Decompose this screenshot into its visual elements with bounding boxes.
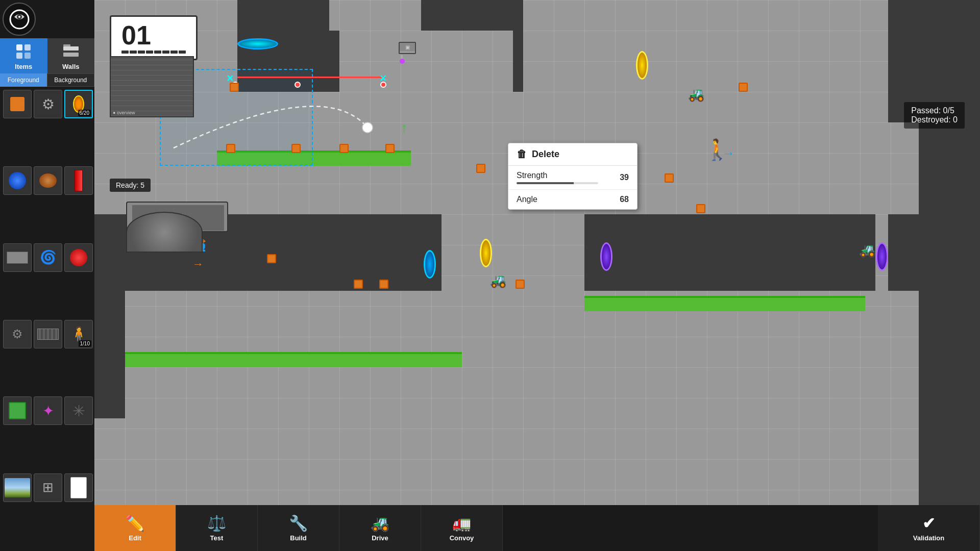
- list-item[interactable]: [64, 473, 93, 502]
- connector-dot-mid: [295, 82, 301, 88]
- forklift-mid: 🚜: [490, 273, 506, 289]
- wall-block: [94, 214, 125, 418]
- ready-badge: Ready: 5: [110, 179, 151, 192]
- portal-dot-small: [400, 59, 405, 64]
- drive-label: Drive: [372, 534, 388, 542]
- list-item[interactable]: ✳: [64, 396, 93, 425]
- portal-purple-right: [600, 242, 612, 271]
- level-display: 01: [110, 15, 198, 60]
- destroyed-stat: Destroyed: 0: [911, 115, 958, 124]
- drive-button[interactable]: 🚜 Drive: [339, 505, 421, 551]
- portal-yellow-middle: [480, 239, 492, 267]
- context-delete-button[interactable]: 🗑 Delete: [508, 143, 637, 166]
- orange-marker: [226, 144, 235, 153]
- angle-value: 68: [598, 195, 629, 204]
- delete-label: Delete: [532, 149, 559, 160]
- fg-button[interactable]: Foreground: [0, 73, 47, 87]
- list-item[interactable]: 6/20: [64, 90, 93, 118]
- orange-marker: [665, 173, 674, 183]
- orange-marker: [291, 144, 301, 153]
- validation-button[interactable]: ✔ Validation: [878, 505, 980, 551]
- tab-walls-label: Walls: [62, 63, 79, 70]
- minimap-label: ● overview: [113, 110, 135, 115]
- orange-marker: [354, 280, 363, 289]
- tab-walls[interactable]: Walls: [47, 38, 95, 73]
- list-item[interactable]: ⚙: [3, 320, 32, 348]
- game-area: ✕ ✕ ↑ 👥👥👥👥👥👥👥: [94, 0, 980, 551]
- wall-right: [919, 0, 980, 551]
- list-item[interactable]: ⚙: [34, 90, 62, 118]
- list-item[interactable]: ⊞: [34, 473, 62, 502]
- svg-rect-9: [63, 44, 70, 46]
- svg-rect-3: [16, 44, 22, 51]
- bg-button[interactable]: Background: [47, 73, 95, 87]
- logo[interactable]: [3, 3, 36, 36]
- level-dot: [130, 51, 137, 54]
- list-item[interactable]: 🧍 1/10: [64, 320, 93, 348]
- level-dot: [121, 51, 129, 54]
- connector-line: [237, 77, 385, 78]
- orange-marker: [267, 254, 276, 263]
- wall-block: [421, 0, 513, 31]
- angle-label: Angle: [517, 195, 537, 204]
- sidebar: Items Walls Foreground Background: [0, 0, 94, 551]
- tab-items-label: Items: [15, 63, 32, 70]
- test-button[interactable]: ⚖️ Test: [176, 505, 258, 551]
- list-item[interactable]: [3, 396, 32, 425]
- drive-icon: 🚜: [371, 514, 389, 532]
- build-icon: 🔧: [289, 514, 308, 532]
- convoy-button[interactable]: 🚛 Convoy: [421, 505, 503, 551]
- list-item[interactable]: [34, 320, 62, 348]
- strength-value: 39: [598, 173, 629, 182]
- list-item[interactable]: [3, 166, 32, 195]
- list-item[interactable]: [3, 90, 32, 118]
- validation-icon: ✔: [922, 514, 935, 532]
- orange-marker: [385, 144, 395, 153]
- arrow-right-stickman: →: [722, 145, 735, 161]
- orange-marker: [739, 83, 748, 92]
- platform-green: [411, 352, 462, 367]
- minimap-inner: [111, 57, 193, 116]
- edit-icon: ✏️: [126, 514, 144, 532]
- portal-top: [237, 38, 278, 49]
- list-item[interactable]: [3, 243, 32, 272]
- level-dot: [179, 51, 186, 54]
- svg-rect-5: [16, 53, 22, 59]
- level-dot: [170, 51, 178, 54]
- list-item[interactable]: [3, 473, 32, 502]
- wall-block: [888, 214, 919, 291]
- app: Items Walls Foreground Background: [0, 0, 980, 551]
- svg-point-2: [18, 16, 20, 18]
- list-item[interactable]: [34, 166, 62, 195]
- test-label: Test: [210, 534, 224, 542]
- wall-block: [584, 214, 875, 291]
- test-icon: ⚖️: [207, 514, 226, 532]
- validation-label: Validation: [913, 534, 944, 542]
- monitor-display: ▣: [399, 42, 416, 54]
- wall-block: [513, 0, 523, 31]
- arrow-right-small: →: [192, 258, 204, 271]
- edit-button[interactable]: ✏️ Edit: [94, 505, 176, 551]
- wall-block: [513, 31, 523, 92]
- svg-rect-4: [24, 44, 31, 51]
- level-number: 01: [121, 20, 151, 50]
- platform-green: [125, 352, 411, 367]
- tab-items[interactable]: Items: [0, 38, 47, 73]
- trash-icon: 🗑: [517, 148, 527, 160]
- list-item[interactable]: [64, 166, 93, 195]
- context-menu: 🗑 Delete Strength 39 Angle 68: [508, 143, 638, 210]
- forklift-right: 🚜: [859, 242, 875, 258]
- list-item[interactable]: ✦: [34, 396, 62, 425]
- level-dot: [154, 51, 161, 54]
- build-label: Build: [290, 534, 307, 542]
- list-item[interactable]: [64, 243, 93, 272]
- list-item[interactable]: 🌀: [34, 243, 62, 272]
- orange-marker: [339, 144, 349, 153]
- svg-rect-7: [63, 46, 79, 51]
- stats-display: Passed: 0/5 Destroyed: 0: [904, 102, 965, 129]
- bottom-toolbar: ✏️ Edit ⚖️ Test 🔧 Build 🚜 Drive 🚛 Convoy…: [94, 505, 980, 551]
- build-button[interactable]: 🔧 Build: [258, 505, 339, 551]
- portal-yellow-right-upper: [636, 51, 648, 80]
- machine-robot: [126, 212, 203, 253]
- level-dot: [162, 51, 169, 54]
